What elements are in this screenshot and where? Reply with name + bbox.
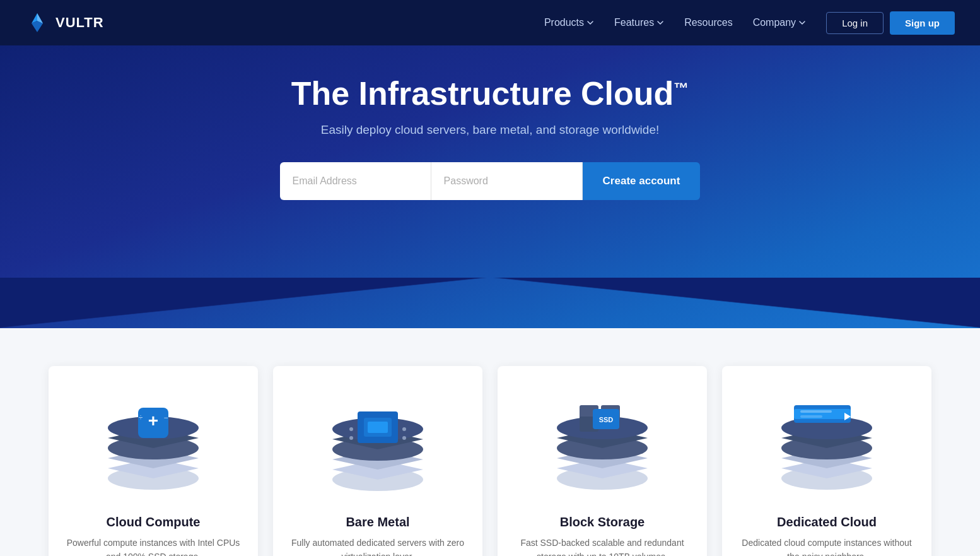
chevron-down-icon-company [798, 19, 806, 27]
svg-text:−: − [163, 413, 168, 422]
nav-item-resources[interactable]: Resources [677, 12, 740, 33]
card-bare-metal: Bare Metal Fully automated dedicated ser… [273, 366, 482, 556]
login-button[interactable]: Log in [826, 12, 884, 34]
card-title-storage: Block Storage [547, 515, 657, 529]
hero-form: Create account [280, 162, 701, 200]
card-title-metal: Bare Metal [333, 515, 422, 529]
hero-title: The Infrastructure Cloud™ [291, 76, 689, 112]
svg-point-26 [402, 436, 406, 440]
vultr-logo-icon [25, 11, 49, 35]
nav-link-company[interactable]: Company [745, 12, 814, 33]
svg-text:SSD: SSD [599, 416, 614, 423]
card-block-storage: SSD Block Storage Fast SSD-backed scalab… [498, 366, 707, 556]
svg-point-28 [402, 427, 406, 431]
svg-text:+: + [148, 411, 158, 430]
chevron-down-icon [586, 19, 594, 27]
nav-link-products[interactable]: Products [537, 12, 602, 33]
hero-section: The Infrastructure Cloud™ Easily deploy … [0, 0, 980, 328]
card-cloud-compute: + ÷ − Cloud Compute Powerful compute ins… [49, 366, 258, 556]
nav-link-resources[interactable]: Resources [677, 12, 740, 33]
logo-link[interactable]: VULTR [25, 11, 104, 35]
svg-point-25 [349, 436, 353, 440]
cards-grid: + ÷ − Cloud Compute Powerful compute ins… [49, 366, 931, 556]
chevron-down-icon-features [656, 19, 664, 27]
svg-point-27 [349, 427, 353, 431]
navbar-nav: Products Features Resources Company [537, 12, 814, 33]
cards-section: + ÷ − Cloud Compute Powerful compute ins… [0, 328, 980, 556]
logo-text: VULTR [55, 15, 104, 31]
navbar-actions: Log in Sign up [826, 11, 955, 35]
card-illustration-compute: + ÷ − [49, 366, 258, 505]
card-title-dedicated: Dedicated Cloud [764, 515, 889, 529]
hero-subtitle: Easily deploy cloud servers, bare metal,… [321, 123, 660, 137]
nav-item-features[interactable]: Features [607, 12, 672, 33]
card-title-compute: Cloud Compute [94, 515, 213, 529]
nav-item-products[interactable]: Products [537, 12, 602, 33]
card-illustration-dedicated [722, 366, 931, 505]
card-desc-storage: Fast SSD-backed scalable and redundant s… [498, 536, 707, 556]
signup-button[interactable]: Sign up [890, 11, 955, 35]
nav-link-features[interactable]: Features [607, 12, 672, 33]
svg-rect-24 [368, 422, 388, 433]
card-illustration-metal [273, 366, 482, 505]
svg-rect-50 [800, 415, 822, 418]
navbar: VULTR Products Features Resources Compan… [0, 0, 980, 45]
card-dedicated-cloud: Dedicated Cloud Dedicated cloud compute … [722, 366, 931, 556]
card-desc-metal: Fully automated dedicated servers with z… [273, 536, 482, 556]
svg-text:÷: ÷ [139, 413, 143, 422]
email-input[interactable] [280, 162, 431, 200]
nav-item-company[interactable]: Company [745, 12, 814, 33]
password-input[interactable] [431, 162, 583, 200]
card-desc-compute: Powerful compute instances with Intel CP… [49, 536, 258, 556]
card-illustration-storage: SSD [498, 366, 707, 505]
create-account-button[interactable]: Create account [583, 162, 701, 200]
svg-rect-49 [800, 410, 832, 413]
card-desc-dedicated: Dedicated cloud compute instances withou… [722, 536, 931, 556]
